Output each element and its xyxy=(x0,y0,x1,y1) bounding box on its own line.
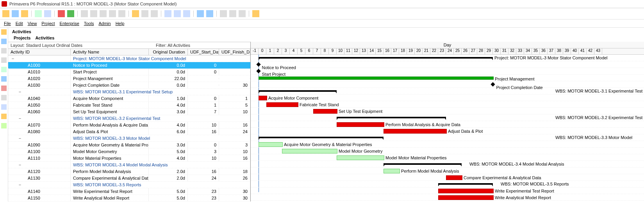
activity-row[interactable]: A1010Start Project0.0d0 xyxy=(8,69,250,75)
wbs-row[interactable]: −Project: MOTOR MODEL-3 Motor Stator Com… xyxy=(8,55,250,62)
activity-row[interactable]: A1120Perform Model Modal Analysis2.0d161… xyxy=(8,168,250,175)
task-bar[interactable]: Adjust Data & Plot xyxy=(384,129,447,134)
gantt-row[interactable]: Fabricate Test Stand xyxy=(251,101,644,108)
filter-label[interactable]: Filter: All Activities xyxy=(153,42,193,48)
milestone-icon[interactable]: Start Project xyxy=(256,69,260,73)
rail-icon[interactable] xyxy=(1,104,7,110)
task-bar[interactable]: Acquire Motor Geometry & Material Proper… xyxy=(259,142,283,147)
activity-row[interactable]: A1090Acquire Motor Geometry & Material P… xyxy=(8,142,250,148)
breadcrumb-activities[interactable]: Activities xyxy=(35,36,54,40)
collapse-icon[interactable]: − xyxy=(18,136,22,141)
gantt-row[interactable]: WBS: MOTOR MODEL-3.2 Experimental Test xyxy=(251,114,644,121)
collapse-icon[interactable]: − xyxy=(11,56,15,61)
collapse-icon[interactable]: − xyxy=(18,89,22,94)
menu-admin[interactable]: Admin xyxy=(98,21,111,26)
toolbar-button[interactable] xyxy=(229,10,236,17)
task-bar[interactable]: Compare Experimental & Analytical Data xyxy=(446,175,462,180)
task-bar[interactable]: Set Up Test Equipment xyxy=(313,109,337,114)
gantt-row[interactable]: Model Motor Material Properties xyxy=(251,154,644,161)
toolbar-button[interactable] xyxy=(197,10,204,17)
gantt-row[interactable]: Project Management xyxy=(251,75,644,81)
gantt-row[interactable]: WBS: MOTOR MODEL-3.3 Motor Model xyxy=(251,134,644,141)
task-bar[interactable]: Fabricate Test Stand xyxy=(266,102,298,107)
rail-icon[interactable] xyxy=(1,67,7,72)
toolbar-button[interactable] xyxy=(206,10,213,17)
milestone-icon[interactable]: Project Completion Date xyxy=(491,82,495,86)
gantt-row[interactable]: Start Project xyxy=(251,68,644,75)
toolbar-button[interactable] xyxy=(239,10,246,17)
rail-icon[interactable] xyxy=(1,95,7,100)
task-bar[interactable]: Model Motor Material Properties xyxy=(337,155,384,160)
toolbar-button[interactable] xyxy=(58,10,65,17)
wbs-row[interactable]: −WBS: MOTOR MODEL-3.4 Model Modal Analys… xyxy=(8,162,250,168)
activity-row[interactable]: A1080Adjust Data & Plot6.0d1624 xyxy=(8,128,250,135)
activity-row[interactable]: A1070Perform Modal Analysis & Acquire Da… xyxy=(8,122,250,128)
rail-icon[interactable] xyxy=(1,76,7,82)
task-bar[interactable]: Project Management xyxy=(259,77,494,80)
summary-bar[interactable]: WBS: MOTOR MODEL-3.3 Motor Model xyxy=(259,137,384,138)
rail-icon[interactable] xyxy=(1,57,7,63)
toolbar-button[interactable] xyxy=(81,10,88,17)
summary-bar[interactable]: WBS: MOTOR MODEL-3.4 Model Modal Analysi… xyxy=(384,163,462,165)
gantt-row[interactable]: Project Completion Date xyxy=(251,81,644,88)
toolbar-button[interactable] xyxy=(132,10,139,17)
toolbar-button[interactable] xyxy=(164,10,171,17)
col-duration[interactable]: Original Duration xyxy=(149,49,188,55)
summary-bar[interactable]: WBS: MOTOR MODEL-3.5 Reports xyxy=(438,183,493,185)
toolbar-button[interactable] xyxy=(12,10,19,17)
menu-enterprise[interactable]: Enterprise xyxy=(60,21,79,26)
activity-row[interactable]: A1110Motor Material Properties4.0d1016 xyxy=(8,155,250,162)
activity-row[interactable]: A1000Notice to Proceed0.0d0 xyxy=(8,62,250,69)
toolbar-button[interactable] xyxy=(183,10,190,17)
help-icon[interactable] xyxy=(252,10,259,17)
summary-bar[interactable]: Project: MOTOR MODEL-3 Motor Stator Comp… xyxy=(259,57,493,59)
menu-edit[interactable]: Edit xyxy=(16,21,23,26)
rail-icon[interactable] xyxy=(1,123,7,128)
activity-row[interactable]: A1100Model Motor Geometry5.0d310 xyxy=(8,148,250,155)
activity-table[interactable]: Layout: Stadard Layout Ordinal Dates Fil… xyxy=(8,42,250,202)
gantt-row[interactable]: WBS: MOTOR MODEL-3.4 Model Modal Analysi… xyxy=(251,161,644,168)
task-bar[interactable]: Write Experimental Test Report xyxy=(438,189,494,193)
gantt-row[interactable]: Perform Modal Analysis & Acquire Data xyxy=(251,121,644,128)
gantt-row[interactable]: WBS: MOTOR MODEL-3.5 Reports xyxy=(251,181,644,187)
gantt-row[interactable]: WBS: MOTOR MODEL-3.1 Experimental Test S… xyxy=(251,88,644,95)
activity-row[interactable]: A1140Write Experimental Test Report5.0d2… xyxy=(8,188,250,195)
col-activity-name[interactable]: Activity Name xyxy=(71,49,149,55)
toolbar-button[interactable] xyxy=(151,10,158,17)
rail-icon[interactable] xyxy=(1,86,7,91)
gantt-row[interactable]: Write Experimental Test Report xyxy=(251,187,644,194)
toolbar-button[interactable] xyxy=(44,10,51,17)
gantt-row[interactable]: Set Up Test Equipment xyxy=(251,108,644,114)
col-activity-id[interactable]: Activity ID xyxy=(8,49,71,55)
breadcrumb-projects[interactable]: Projects xyxy=(14,36,30,40)
activity-row[interactable]: A1040Acquire Motor Component1.0d01 xyxy=(8,95,250,102)
task-bar[interactable]: Perform Model Modal Analysis xyxy=(384,169,400,173)
rail-icon[interactable] xyxy=(1,48,7,54)
gantt-row[interactable]: Adjust Data & Plot xyxy=(251,128,644,134)
wbs-row[interactable]: −WBS: MOTOR MODEL-3.5 Reports xyxy=(8,182,250,188)
milestone-icon[interactable]: Notice to Proceed xyxy=(256,62,260,66)
rail-icon[interactable] xyxy=(1,29,7,35)
col-start-day[interactable]: UDF_Start_Day xyxy=(188,49,219,55)
toolbar-button[interactable] xyxy=(174,10,181,17)
task-bar[interactable]: Acquire Motor Component xyxy=(259,96,267,100)
task-bar[interactable]: Model Motor Geometry xyxy=(282,149,337,153)
summary-bar[interactable]: WBS: MOTOR MODEL-3.2 Experimental Test xyxy=(337,117,446,118)
col-finish-day[interactable]: UDF_Finish_Day xyxy=(219,49,250,55)
gantt-row[interactable]: Project: MOTOR MODEL-3 Motor Stator Comp… xyxy=(251,55,644,61)
wbs-row[interactable]: −WBS: MOTOR MODEL-3.3 Motor Model xyxy=(8,135,250,142)
activity-row[interactable]: A1130Compare Experimental & Analytical D… xyxy=(8,175,250,182)
rail-icon[interactable] xyxy=(1,114,7,119)
toolbar-button[interactable] xyxy=(220,10,227,17)
menu-file[interactable]: File xyxy=(4,21,11,26)
toolbar-button[interactable] xyxy=(118,10,125,17)
gantt-row[interactable]: Model Motor Geometry xyxy=(251,148,644,154)
wbs-row[interactable]: −WBS: MOTOR MODEL-3.2 Experimental Test xyxy=(8,115,250,122)
toolbar-button[interactable] xyxy=(67,10,74,17)
task-bar[interactable]: Write Analytical Model Report xyxy=(438,195,494,200)
toolbar-button[interactable] xyxy=(100,10,107,17)
toolbar-button[interactable] xyxy=(21,10,28,17)
toolbar-button[interactable] xyxy=(35,10,42,17)
collapse-icon[interactable]: − xyxy=(18,116,22,121)
toolbar-button[interactable] xyxy=(109,10,116,17)
